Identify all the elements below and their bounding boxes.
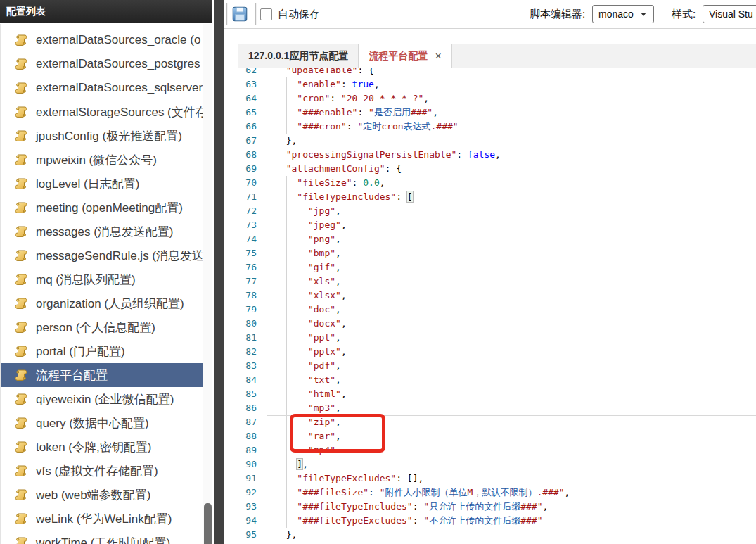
tab-app-node-config[interactable]: 127.0.0.1应用节点配置 [238,44,359,68]
code-area[interactable]: 62 "updateTable": { 63 "enable": true, 6… [238,68,756,544]
sidebar-item[interactable]: query (数据中心配置) [1,411,203,435]
code-line[interactable]: 93 "###fileTypeIncludes": "只允许上传的文件后缀###… [238,500,756,514]
code-line[interactable]: 89 "mp4" [238,443,756,457]
code-line[interactable]: 67 }, [238,134,756,148]
code-line[interactable]: 83 "pdf", [238,359,756,373]
sidebar-item[interactable]: person (个人信息配置) [1,315,203,339]
sidebar-scrollbar[interactable] [203,24,212,544]
line-text: "###enable": "是否启用###", [267,106,756,120]
code-line[interactable]: 94 "###fileTypeExcludes": "不允许上传的文件后缀###… [238,514,756,528]
indent-guide [297,289,297,303]
sidebar-item-label: jpushConfig (极光推送配置) [36,128,182,144]
sidebar-item[interactable]: messageSendRule.js (消息发送 [1,243,203,267]
sidebar-item[interactable]: vfs (虚拟文件存储配置) [1,459,203,483]
code-line[interactable]: 87 "zip", [238,415,756,429]
scroll-icon [14,440,28,454]
code-line[interactable]: 92 "###fileSize": "附件大小限制（单位M，默认不限制）.###… [238,486,756,500]
line-text: }, [267,528,756,542]
code-line[interactable]: 85 "html", [238,387,756,401]
sidebar-item[interactable]: qiyeweixin (企业微信配置) [1,387,203,411]
code-line[interactable]: 79 "doc", [238,303,756,317]
sidebar-item[interactable]: externalDataSources_postgres [1,52,203,76]
sidebar-item[interactable]: weLink (华为WeLink配置) [1,507,203,531]
sidebar-item[interactable]: externalStorageSources (文件存 [1,100,203,124]
code-line[interactable]: 80 "docx", [238,317,756,331]
line-number: 64 [238,91,267,106]
sidebar-item[interactable]: organization (人员组织配置) [1,291,203,315]
code-line[interactable]: 88 "rar", [238,429,756,443]
code-line[interactable]: 62 "updateTable": { [238,68,756,77]
line-text: ], [267,457,756,472]
code-line[interactable]: 84 "txt", [238,373,756,387]
scroll-icon [14,201,28,215]
code-line[interactable]: 82 "pptx", [238,345,756,359]
code-line[interactable]: 75 "bmp", [238,246,756,260]
code-lines: 62 "updateTable": { 63 "enable": true, 6… [238,68,756,542]
line-number: 78 [238,289,267,303]
tab-label: 127.0.0.1应用节点配置 [248,50,348,63]
indent-guide [286,331,287,345]
sidebar-item[interactable]: meeting (openMeeting配置) [1,196,203,220]
sidebar-item[interactable]: web (web端参数配置) [1,483,203,507]
line-number: 63 [238,77,267,91]
code-line[interactable]: 86 "mp3", [238,401,756,415]
line-text: "doc", [267,303,756,317]
sidebar-item[interactable]: 流程平台配置 [1,363,203,387]
code-line[interactable]: 91 "fileTypeExcludes": [], [238,472,756,486]
sidebar-item-label: portal (门户配置) [36,343,125,360]
indent-guide [297,401,297,415]
tab-process-platform-config[interactable]: 流程平台配置 × [359,44,451,68]
sidebar-item[interactable]: externalDataSources_oracle (o [1,28,203,52]
line-number: 81 [238,331,267,345]
code-line[interactable]: 81 "ppt", [238,331,756,345]
line-number: 92 [238,486,267,500]
sidebar-item[interactable]: mpweixin (微信公众号) [1,148,203,172]
line-text: "docx", [267,317,756,331]
code-line[interactable]: 78 "xlsx", [238,289,756,303]
line-text: "zip", [267,415,756,429]
line-text: "###fileTypeIncludes": "只允许上传的文件后缀###", [267,500,756,514]
sidebar-item[interactable]: portal (门户配置) [1,339,203,363]
sidebar-item[interactable]: externalDataSources_sqlserver [1,76,203,100]
code-line[interactable]: 71 "fileTypeIncludes": [ [238,190,756,204]
code-line[interactable]: 90 ], [238,457,756,472]
code-line[interactable]: 69 "attachmentConfig": { [238,162,756,176]
code-line[interactable]: 73 "jpeg", [238,218,756,232]
line-number: 94 [238,514,267,528]
sidebar-item[interactable]: mq (消息队列配置) [1,267,203,291]
autosave-checkbox[interactable] [260,8,272,20]
sidebar-item[interactable]: workTime (工作时间配置) [1,531,203,544]
line-text: "###fileTypeExcludes": "不允许上传的文件后缀###" [267,514,756,528]
sidebar-scrollbar-thumb[interactable] [204,503,212,544]
code-line[interactable]: 68 "processingSignalPersistEnable": fals… [238,148,756,162]
panel-divider[interactable] [213,0,226,544]
line-text: "pptx", [267,345,756,359]
scroll-icon [14,344,28,358]
sidebar-item[interactable]: messages (消息发送配置) [1,220,203,243]
code-line[interactable]: 65 "###enable": "是否启用###", [238,106,756,120]
sidebar-item-label: query (数据中心配置) [36,415,149,431]
sidebar-item[interactable]: logLevel (日志配置) [1,172,203,196]
code-line[interactable]: 63 "enable": true, [238,77,756,91]
sidebar-item-label: externalStorageSources (文件存 [36,104,203,120]
line-number: 68 [238,148,267,162]
sidebar-item[interactable]: jpushConfig (极光推送配置) [1,124,203,148]
code-line[interactable]: 74 "png", [238,232,756,246]
script-editor-select[interactable]: monaco [592,5,654,23]
line-text: }, [267,134,756,148]
style-select[interactable]: Visual Stu [703,5,756,23]
code-line[interactable]: 77 "xls", [238,274,756,289]
code-line[interactable]: 95 }, [238,528,756,542]
save-button[interactable] [231,5,249,23]
code-line[interactable]: 66 "###cron": "定时cron表达式.###" [238,120,756,134]
code-line[interactable]: 76 "gif", [238,260,756,274]
indent-guide [297,429,297,443]
code-line[interactable]: 70 "fileSize": 0.0, [238,176,756,190]
code-line[interactable]: 72 "jpg", [238,204,756,218]
tab-close-icon[interactable]: × [435,51,441,62]
code-line[interactable]: 64 "cron": "20 20 * * * ?", [238,91,756,106]
sidebar-item[interactable]: token (令牌,密钥配置) [1,435,203,459]
line-text: "fileTypeExcludes": [], [267,472,756,486]
style-label: 样式: [672,0,696,28]
line-text: "xls", [267,274,756,289]
